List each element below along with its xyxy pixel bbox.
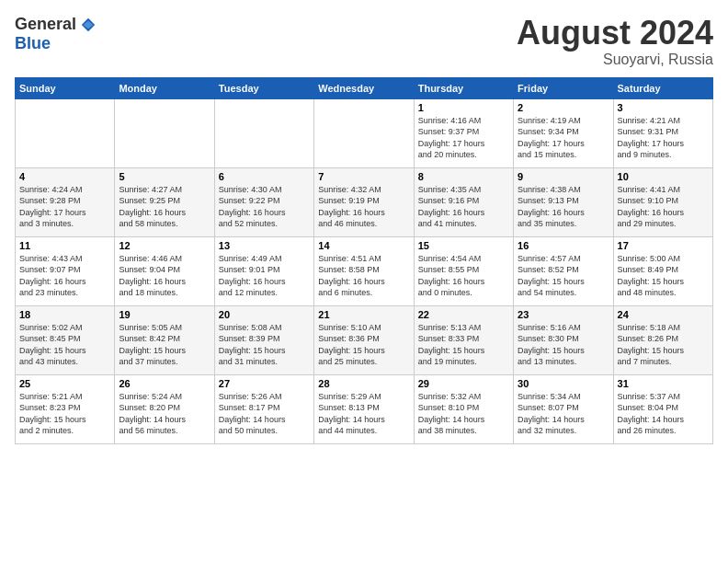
day-number: 10 — [618, 171, 709, 182]
week-row-4: 18Sunrise: 5:02 AM Sunset: 8:45 PM Dayli… — [16, 305, 713, 374]
main-title: August 2024 — [517, 15, 713, 52]
table-row: 30Sunrise: 5:34 AM Sunset: 8:07 PM Dayli… — [514, 374, 613, 443]
day-number: 7 — [318, 171, 409, 182]
table-row — [115, 98, 214, 167]
calendar: Sunday Monday Tuesday Wednesday Thursday… — [15, 77, 713, 444]
title-section: August 2024 Suoyarvi, Russia — [517, 15, 713, 68]
day-number: 24 — [618, 309, 709, 320]
header-monday: Monday — [115, 77, 214, 98]
table-row: 25Sunrise: 5:21 AM Sunset: 8:23 PM Dayli… — [16, 374, 115, 443]
day-number: 30 — [518, 378, 609, 389]
day-info: Sunrise: 5:08 AM Sunset: 8:39 PM Dayligh… — [219, 322, 310, 368]
day-info: Sunrise: 4:46 AM Sunset: 9:04 PM Dayligh… — [119, 253, 210, 299]
header: General Blue August 2024 Suoyarvi, Russi… — [15, 15, 713, 68]
table-row — [214, 98, 313, 167]
day-number: 13 — [219, 240, 310, 251]
day-info: Sunrise: 4:54 AM Sunset: 8:55 PM Dayligh… — [418, 253, 509, 299]
day-info: Sunrise: 5:37 AM Sunset: 8:04 PM Dayligh… — [618, 391, 709, 437]
table-row: 17Sunrise: 5:00 AM Sunset: 8:49 PM Dayli… — [613, 236, 712, 305]
day-number: 18 — [19, 309, 110, 320]
table-row: 23Sunrise: 5:16 AM Sunset: 8:30 PM Dayli… — [514, 305, 613, 374]
day-info: Sunrise: 4:43 AM Sunset: 9:07 PM Dayligh… — [19, 253, 110, 299]
day-number: 6 — [219, 171, 310, 182]
day-info: Sunrise: 5:13 AM Sunset: 8:33 PM Dayligh… — [418, 322, 509, 368]
table-row: 8Sunrise: 4:35 AM Sunset: 9:16 PM Daylig… — [414, 167, 513, 236]
header-friday: Friday — [514, 77, 613, 98]
day-number: 4 — [19, 171, 110, 182]
header-wednesday: Wednesday — [314, 77, 414, 98]
day-info: Sunrise: 4:32 AM Sunset: 9:19 PM Dayligh… — [318, 184, 409, 230]
day-number: 8 — [418, 171, 509, 182]
table-row: 27Sunrise: 5:26 AM Sunset: 8:17 PM Dayli… — [214, 374, 313, 443]
table-row: 29Sunrise: 5:32 AM Sunset: 8:10 PM Dayli… — [414, 374, 513, 443]
day-info: Sunrise: 4:41 AM Sunset: 9:10 PM Dayligh… — [618, 184, 709, 230]
day-number: 1 — [418, 102, 509, 113]
table-row — [16, 98, 115, 167]
day-info: Sunrise: 4:51 AM Sunset: 8:58 PM Dayligh… — [318, 253, 409, 299]
day-number: 2 — [518, 102, 609, 113]
table-row: 19Sunrise: 5:05 AM Sunset: 8:42 PM Dayli… — [115, 305, 214, 374]
page: General Blue August 2024 Suoyarvi, Russi… — [0, 0, 728, 563]
table-row: 10Sunrise: 4:41 AM Sunset: 9:10 PM Dayli… — [613, 167, 712, 236]
day-number: 12 — [119, 240, 210, 251]
day-number: 27 — [219, 378, 310, 389]
table-row: 14Sunrise: 4:51 AM Sunset: 8:58 PM Dayli… — [314, 236, 414, 305]
table-row: 24Sunrise: 5:18 AM Sunset: 8:26 PM Dayli… — [613, 305, 712, 374]
day-number: 19 — [119, 309, 210, 320]
day-info: Sunrise: 4:27 AM Sunset: 9:25 PM Dayligh… — [119, 184, 210, 230]
day-number: 9 — [518, 171, 609, 182]
day-info: Sunrise: 5:05 AM Sunset: 8:42 PM Dayligh… — [119, 322, 210, 368]
day-number: 22 — [418, 309, 509, 320]
header-tuesday: Tuesday — [214, 77, 313, 98]
day-number: 11 — [19, 240, 110, 251]
day-info: Sunrise: 4:38 AM Sunset: 9:13 PM Dayligh… — [518, 184, 609, 230]
day-number: 25 — [19, 378, 110, 389]
week-row-2: 4Sunrise: 4:24 AM Sunset: 9:28 PM Daylig… — [16, 167, 713, 236]
day-info: Sunrise: 5:26 AM Sunset: 8:17 PM Dayligh… — [219, 391, 310, 437]
table-row: 15Sunrise: 4:54 AM Sunset: 8:55 PM Dayli… — [414, 236, 513, 305]
logo-blue: Blue — [15, 34, 51, 53]
day-info: Sunrise: 4:16 AM Sunset: 9:37 PM Dayligh… — [418, 115, 509, 161]
day-info: Sunrise: 5:21 AM Sunset: 8:23 PM Dayligh… — [19, 391, 110, 437]
table-row: 21Sunrise: 5:10 AM Sunset: 8:36 PM Dayli… — [314, 305, 414, 374]
table-row: 16Sunrise: 4:57 AM Sunset: 8:52 PM Dayli… — [514, 236, 613, 305]
day-number: 26 — [119, 378, 210, 389]
table-row: 2Sunrise: 4:19 AM Sunset: 9:34 PM Daylig… — [514, 98, 613, 167]
table-row — [314, 98, 414, 167]
table-row: 13Sunrise: 4:49 AM Sunset: 9:01 PM Dayli… — [214, 236, 313, 305]
day-info: Sunrise: 5:16 AM Sunset: 8:30 PM Dayligh… — [518, 322, 609, 368]
table-row: 6Sunrise: 4:30 AM Sunset: 9:22 PM Daylig… — [214, 167, 313, 236]
table-row: 31Sunrise: 5:37 AM Sunset: 8:04 PM Dayli… — [613, 374, 712, 443]
day-number: 16 — [518, 240, 609, 251]
day-info: Sunrise: 5:18 AM Sunset: 8:26 PM Dayligh… — [618, 322, 709, 368]
day-info: Sunrise: 5:24 AM Sunset: 8:20 PM Dayligh… — [119, 391, 210, 437]
day-info: Sunrise: 4:57 AM Sunset: 8:52 PM Dayligh… — [518, 253, 609, 299]
header-thursday: Thursday — [414, 77, 513, 98]
day-number: 29 — [418, 378, 509, 389]
day-info: Sunrise: 5:29 AM Sunset: 8:13 PM Dayligh… — [318, 391, 409, 437]
day-number: 14 — [318, 240, 409, 251]
day-number: 28 — [318, 378, 409, 389]
header-saturday: Saturday — [613, 77, 712, 98]
day-info: Sunrise: 4:21 AM Sunset: 9:31 PM Dayligh… — [618, 115, 709, 161]
logo-general: General — [15, 15, 76, 34]
day-info: Sunrise: 5:02 AM Sunset: 8:45 PM Dayligh… — [19, 322, 110, 368]
day-info: Sunrise: 5:32 AM Sunset: 8:10 PM Dayligh… — [418, 391, 509, 437]
day-info: Sunrise: 5:00 AM Sunset: 8:49 PM Dayligh… — [618, 253, 709, 299]
subtitle: Suoyarvi, Russia — [517, 52, 713, 68]
day-number: 23 — [518, 309, 609, 320]
table-row: 3Sunrise: 4:21 AM Sunset: 9:31 PM Daylig… — [613, 98, 712, 167]
table-row: 4Sunrise: 4:24 AM Sunset: 9:28 PM Daylig… — [16, 167, 115, 236]
day-info: Sunrise: 4:35 AM Sunset: 9:16 PM Dayligh… — [418, 184, 509, 230]
calendar-header-row: Sunday Monday Tuesday Wednesday Thursday… — [16, 77, 713, 98]
day-info: Sunrise: 5:10 AM Sunset: 8:36 PM Dayligh… — [318, 322, 409, 368]
table-row: 20Sunrise: 5:08 AM Sunset: 8:39 PM Dayli… — [214, 305, 313, 374]
day-number: 15 — [418, 240, 509, 251]
day-info: Sunrise: 4:24 AM Sunset: 9:28 PM Dayligh… — [19, 184, 110, 230]
day-number: 20 — [219, 309, 310, 320]
table-row: 9Sunrise: 4:38 AM Sunset: 9:13 PM Daylig… — [514, 167, 613, 236]
table-row: 28Sunrise: 5:29 AM Sunset: 8:13 PM Dayli… — [314, 374, 414, 443]
day-number: 21 — [318, 309, 409, 320]
table-row: 5Sunrise: 4:27 AM Sunset: 9:25 PM Daylig… — [115, 167, 214, 236]
table-row: 7Sunrise: 4:32 AM Sunset: 9:19 PM Daylig… — [314, 167, 414, 236]
